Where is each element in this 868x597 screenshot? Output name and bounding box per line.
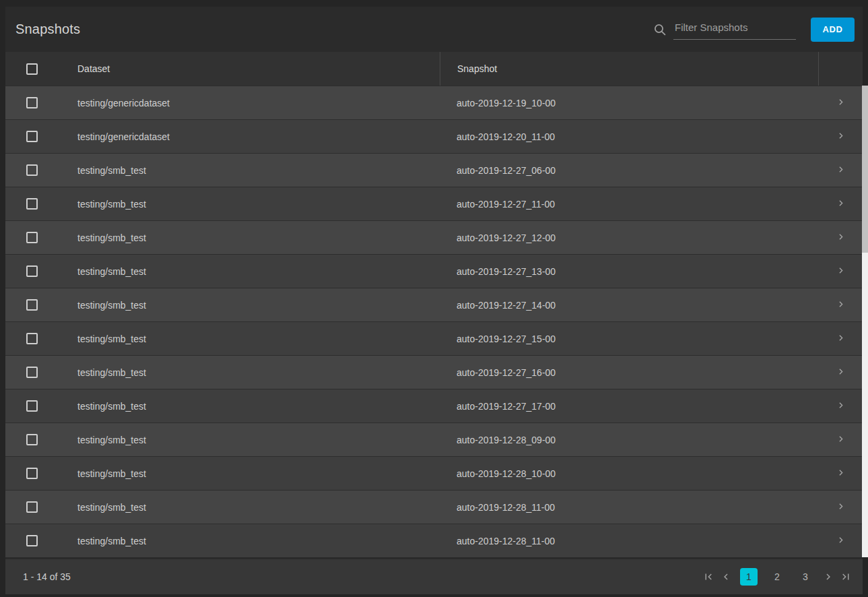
row-checkbox-cell xyxy=(5,265,77,277)
row-checkbox[interactable] xyxy=(26,97,38,108)
dataset-cell: testing/smb_test xyxy=(77,232,440,243)
table-body: testing/genericdataset auto-2019-12-19_1… xyxy=(5,86,863,557)
first-page-icon[interactable] xyxy=(700,568,717,586)
snapshot-column-header[interactable]: Snapshot xyxy=(440,52,818,86)
snapshot-cell: auto-2019-12-28_11-00 xyxy=(440,491,818,524)
row-checkbox[interactable] xyxy=(26,367,38,378)
select-all-checkbox[interactable] xyxy=(26,63,38,75)
row-checkbox-cell xyxy=(5,232,77,243)
dataset-cell: testing/genericdataset xyxy=(77,98,440,108)
row-checkbox[interactable] xyxy=(26,131,38,142)
chevron-right-icon[interactable] xyxy=(836,468,845,479)
chevron-right-icon[interactable] xyxy=(836,401,845,412)
row-checkbox-cell xyxy=(5,501,77,513)
add-button[interactable]: ADD xyxy=(811,18,855,42)
snapshot-cell: auto-2019-12-28_11-00 xyxy=(440,524,818,557)
row-checkbox[interactable] xyxy=(26,299,38,311)
row-checkbox-cell xyxy=(5,333,77,344)
table-row[interactable]: testing/smb_test auto-2019-12-27_16-00 xyxy=(5,355,863,389)
row-checkbox-cell xyxy=(5,434,77,445)
last-page-icon[interactable] xyxy=(837,568,855,586)
table-row[interactable]: testing/smb_test auto-2019-12-27_06-00 xyxy=(5,153,863,187)
dataset-cell: testing/smb_test xyxy=(77,401,440,412)
row-checkbox-cell xyxy=(5,198,77,210)
page-button-2[interactable]: 2 xyxy=(768,568,786,586)
table-row[interactable]: testing/smb_test auto-2019-12-27_14-00 xyxy=(5,288,863,321)
row-actions-cell xyxy=(818,154,863,187)
row-actions-cell xyxy=(818,187,863,220)
row-checkbox[interactable] xyxy=(26,468,38,479)
dataset-cell: testing/smb_test xyxy=(77,367,440,378)
row-checkbox[interactable] xyxy=(26,232,38,243)
next-page-icon[interactable] xyxy=(820,568,837,586)
chevron-right-icon[interactable] xyxy=(836,435,845,445)
page-button-3[interactable]: 3 xyxy=(797,568,814,586)
filter-snapshots-input[interactable] xyxy=(673,20,796,40)
vertical-scrollbar-track[interactable] xyxy=(862,86,868,557)
chevron-right-icon[interactable] xyxy=(836,367,845,378)
chevron-right-icon[interactable] xyxy=(836,199,845,210)
chevron-right-icon[interactable] xyxy=(836,232,845,243)
table-row[interactable]: testing/smb_test auto-2019-12-27_13-00 xyxy=(5,254,863,288)
row-checkbox-cell xyxy=(5,367,77,378)
actions-column-header xyxy=(818,52,863,86)
table-row[interactable]: testing/smb_test auto-2019-12-28_11-00 xyxy=(5,524,863,557)
row-checkbox[interactable] xyxy=(26,434,38,445)
table-row[interactable]: testing/smb_test auto-2019-12-27_15-00 xyxy=(5,321,863,355)
chevron-right-icon[interactable] xyxy=(836,266,845,277)
row-actions-cell xyxy=(818,423,863,456)
row-checkbox[interactable] xyxy=(26,400,38,412)
table-row[interactable]: testing/smb_test auto-2019-12-27_17-00 xyxy=(5,389,863,422)
row-actions-cell xyxy=(818,524,863,557)
row-actions-cell xyxy=(818,120,863,153)
dataset-cell: testing/smb_test xyxy=(77,199,440,210)
row-checkbox-cell xyxy=(5,299,77,311)
previous-page-icon[interactable] xyxy=(717,568,735,586)
snapshot-cell: auto-2019-12-27_15-00 xyxy=(440,322,818,355)
dataset-cell: testing/smb_test xyxy=(77,435,440,445)
table-row[interactable]: testing/smb_test auto-2019-12-28_11-00 xyxy=(5,490,863,524)
chevron-right-icon[interactable] xyxy=(836,98,845,108)
row-actions-cell xyxy=(818,221,863,254)
toolbar: Snapshots ADD xyxy=(5,7,863,52)
row-checkbox[interactable] xyxy=(26,265,38,277)
row-checkbox[interactable] xyxy=(26,164,38,176)
row-checkbox[interactable] xyxy=(26,501,38,513)
chevron-right-icon[interactable] xyxy=(836,300,845,311)
table-row[interactable]: testing/smb_test auto-2019-12-28_09-00 xyxy=(5,422,863,456)
vertical-scrollbar-thumb[interactable] xyxy=(862,86,868,253)
table-header: Dataset Snapshot xyxy=(5,52,863,86)
chevron-right-icon[interactable] xyxy=(836,502,845,513)
row-checkbox[interactable] xyxy=(26,333,38,344)
dataset-cell: testing/smb_test xyxy=(77,536,440,546)
row-checkbox-cell xyxy=(5,97,77,108)
row-checkbox[interactable] xyxy=(26,198,38,210)
row-checkbox[interactable] xyxy=(26,535,38,546)
chevron-right-icon[interactable] xyxy=(836,334,845,344)
snapshot-cell: auto-2019-12-27_13-00 xyxy=(440,255,818,288)
snapshot-cell: auto-2019-12-27_16-00 xyxy=(440,356,818,389)
page-button-1[interactable]: 1 xyxy=(740,568,758,586)
table-row[interactable]: testing/smb_test auto-2019-12-28_10-00 xyxy=(5,456,863,490)
row-actions-cell xyxy=(818,356,863,389)
table-row[interactable]: testing/smb_test auto-2019-12-27_11-00 xyxy=(5,187,863,220)
row-checkbox-cell xyxy=(5,468,77,479)
snapshot-cell: auto-2019-12-27_06-00 xyxy=(440,154,818,187)
table-row[interactable]: testing/genericdataset auto-2019-12-20_1… xyxy=(5,119,863,153)
chevron-right-icon[interactable] xyxy=(836,165,845,176)
dataset-cell: testing/genericdataset xyxy=(77,131,440,142)
dataset-cell: testing/smb_test xyxy=(77,266,440,277)
table-row[interactable]: testing/genericdataset auto-2019-12-19_1… xyxy=(5,86,863,119)
snapshot-cell: auto-2019-12-20_11-00 xyxy=(440,120,818,153)
chevron-right-icon[interactable] xyxy=(836,536,845,546)
row-actions-cell xyxy=(818,389,863,422)
paginator: 1 2 3 xyxy=(700,568,855,586)
range-label: 1 - 14 of 35 xyxy=(23,571,71,582)
row-checkbox-cell xyxy=(5,164,77,176)
snapshot-cell: auto-2019-12-27_14-00 xyxy=(440,288,818,321)
dataset-column-header[interactable]: Dataset xyxy=(77,63,440,74)
snapshot-cell: auto-2019-12-19_10-00 xyxy=(440,86,818,119)
table-row[interactable]: testing/smb_test auto-2019-12-27_12-00 xyxy=(5,220,863,254)
chevron-right-icon[interactable] xyxy=(836,131,845,142)
select-all-cell xyxy=(5,63,77,75)
